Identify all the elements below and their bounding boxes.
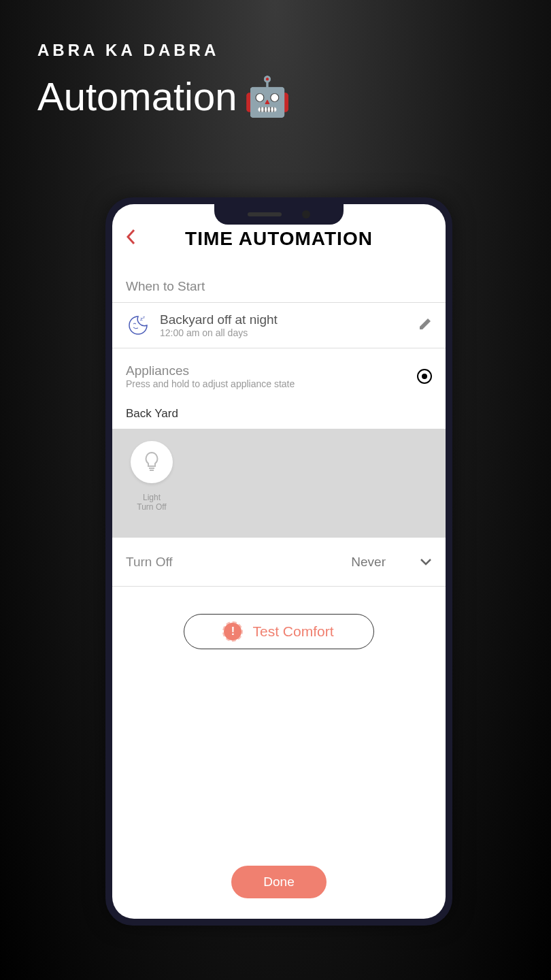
schedule-row[interactable]: z z Backyard off at night 12:00 am on al…	[112, 303, 446, 348]
promo-header: ABRA KA DABRA Automation 🤖	[37, 41, 291, 119]
promo-title: Automation 🤖	[37, 74, 291, 119]
phone-frame: TIME AUTOMATION When to Start z z Backya…	[105, 197, 452, 926]
back-button[interactable]	[126, 228, 137, 250]
schedule-text: Backyard off at night 12:00 am on all da…	[160, 312, 409, 338]
turnoff-label: Turn Off	[126, 555, 351, 570]
robot-icon: 🤖	[244, 74, 291, 119]
app-header: TIME AUTOMATION	[112, 204, 446, 260]
appliance-state: Turn Off	[126, 502, 178, 512]
alert-icon: !	[224, 623, 241, 640]
appliances-subtitle: Press and hold to adjust appliance state	[126, 378, 417, 389]
appliance-grid: Light Turn Off	[112, 429, 446, 538]
phone-screen: TIME AUTOMATION When to Start z z Backya…	[112, 204, 446, 919]
when-to-start-label: When to Start	[112, 260, 446, 302]
appliance-icon-circle	[131, 441, 173, 483]
chevron-down-icon	[420, 554, 432, 570]
appliance-item-light[interactable]: Light Turn Off	[126, 441, 178, 512]
svg-text:z: z	[143, 315, 145, 319]
target-icon[interactable]	[417, 369, 432, 384]
turnoff-value: Never	[351, 555, 386, 570]
done-button[interactable]: Done	[231, 866, 327, 898]
moon-sleep-icon: z z	[126, 313, 150, 338]
appliance-name: Light	[126, 493, 178, 502]
page-title: TIME AUTOMATION	[126, 228, 432, 250]
appliances-text: Appliances Press and hold to adjust appl…	[126, 363, 417, 389]
svg-rect-2	[149, 468, 154, 469]
appliances-header: Appliances Press and hold to adjust appl…	[112, 348, 446, 399]
schedule-subtitle: 12:00 am on all days	[160, 327, 409, 338]
test-button-label: Test Comfort	[252, 623, 333, 640]
svg-rect-3	[150, 470, 154, 471]
appliances-title: Appliances	[126, 363, 417, 378]
divider	[112, 586, 446, 587]
test-comfort-button[interactable]: ! Test Comfort	[184, 614, 374, 649]
schedule-title: Backyard off at night	[160, 312, 409, 327]
area-label: Back Yard	[112, 399, 446, 429]
edit-icon[interactable]	[418, 317, 432, 334]
target-dot	[422, 374, 427, 379]
turnoff-row[interactable]: Turn Off Never	[112, 538, 446, 586]
promo-title-text: Automation	[37, 74, 237, 119]
promo-brand: ABRA KA DABRA	[37, 41, 291, 60]
bulb-icon	[143, 451, 161, 473]
